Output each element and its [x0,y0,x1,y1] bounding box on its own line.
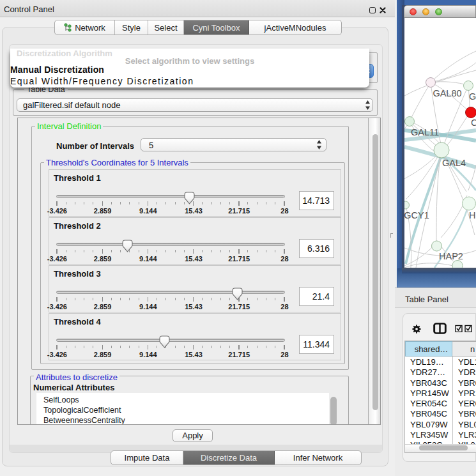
svg-text:C: C [471,118,476,128]
svg-text:GAL11: GAL11 [411,127,439,137]
svg-text:GAL80: GAL80 [433,88,461,98]
svg-text:GAL4: GAL4 [442,158,466,168]
svg-text:H: H [469,210,475,220]
svg-text:G: G [469,91,476,102]
svg-text:GCY1: GCY1 [404,210,429,220]
svg-text:HAP2: HAP2 [439,251,463,261]
